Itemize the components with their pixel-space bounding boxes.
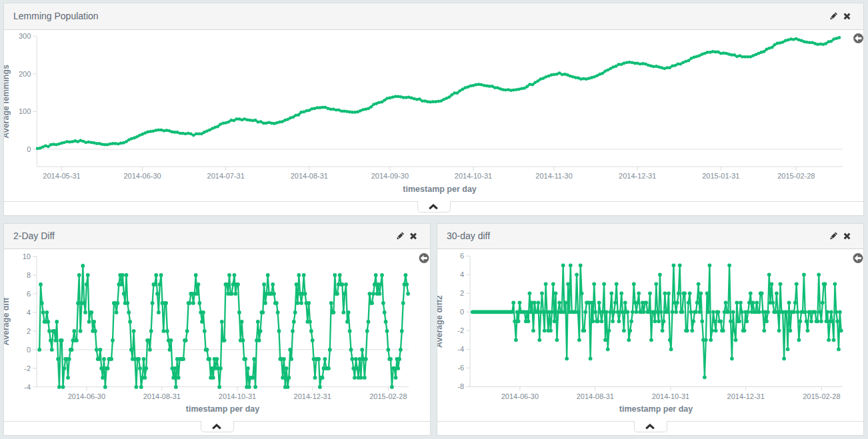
svg-text:200: 200 xyxy=(19,70,31,78)
svg-text:timestamp per day: timestamp per day xyxy=(186,404,260,414)
svg-text:Average lemmings: Average lemmings xyxy=(4,65,11,139)
svg-text:4: 4 xyxy=(27,308,31,316)
svg-text:timestamp per day: timestamp per day xyxy=(619,404,693,414)
svg-text:0: 0 xyxy=(27,145,31,153)
svg-text:-2: -2 xyxy=(457,326,464,334)
svg-text:2015-02-28: 2015-02-28 xyxy=(803,392,840,400)
svg-text:-6: -6 xyxy=(457,364,464,372)
svg-text:100: 100 xyxy=(19,107,31,115)
svg-text:-4: -4 xyxy=(24,383,31,391)
svg-text:6: 6 xyxy=(27,290,31,298)
svg-text:6: 6 xyxy=(460,252,464,260)
svg-text:2014-10-31: 2014-10-31 xyxy=(455,172,492,180)
svg-text:2014-06-30: 2014-06-30 xyxy=(123,172,161,180)
svg-text:2: 2 xyxy=(460,289,464,297)
svg-text:2014-05-31: 2014-05-31 xyxy=(43,172,80,180)
svg-text:2015-02-28: 2015-02-28 xyxy=(777,172,815,180)
svg-text:2014-10-31: 2014-10-31 xyxy=(219,392,256,400)
svg-text:2014-11-30: 2014-11-30 xyxy=(535,172,572,180)
svg-text:2014-08-31: 2014-08-31 xyxy=(143,392,181,400)
svg-text:-4: -4 xyxy=(457,345,464,353)
svg-text:0: 0 xyxy=(460,308,464,316)
svg-text:2014-12-31: 2014-12-31 xyxy=(294,392,331,400)
svg-text:Average diff: Average diff xyxy=(4,297,11,346)
svg-text:8: 8 xyxy=(27,271,31,279)
svg-text:2014-08-31: 2014-08-31 xyxy=(291,172,328,180)
svg-text:2015-01-31: 2015-01-31 xyxy=(702,172,739,180)
svg-text:2014-09-30: 2014-09-30 xyxy=(371,172,409,180)
svg-text:-8: -8 xyxy=(457,382,464,390)
svg-text:2014-12-31: 2014-12-31 xyxy=(727,392,765,400)
svg-text:2014-10-31: 2014-10-31 xyxy=(652,392,689,400)
svg-text:2014-08-31: 2014-08-31 xyxy=(577,392,614,400)
svg-text:Average diff2: Average diff2 xyxy=(437,295,444,348)
svg-text:10: 10 xyxy=(23,252,31,260)
svg-text:-2: -2 xyxy=(24,364,31,372)
svg-text:4: 4 xyxy=(460,270,464,278)
svg-text:2014-06-30: 2014-06-30 xyxy=(501,392,539,400)
svg-text:2014-06-30: 2014-06-30 xyxy=(68,392,105,400)
svg-text:300: 300 xyxy=(19,32,31,40)
svg-text:2: 2 xyxy=(27,327,31,335)
svg-text:0: 0 xyxy=(27,346,31,354)
svg-text:2014-07-31: 2014-07-31 xyxy=(207,172,245,180)
svg-text:2015-02-28: 2015-02-28 xyxy=(369,392,407,400)
svg-text:timestamp per day: timestamp per day xyxy=(403,185,477,194)
svg-text:2014-12-31: 2014-12-31 xyxy=(619,172,656,180)
